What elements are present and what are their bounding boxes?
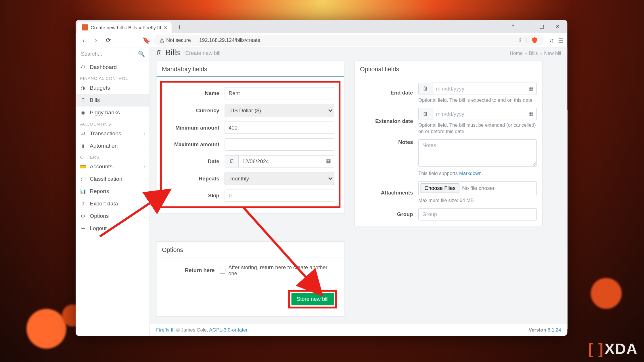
mandatory-panel: Mandatory fields Name Currency US Dollar… [156, 60, 344, 214]
date-input[interactable] [238, 155, 334, 167]
skip-input[interactable] [225, 189, 334, 202]
max-input[interactable] [225, 138, 334, 151]
notes-hint: This field supports Markdown. [418, 170, 537, 177]
product-link[interactable]: Firefly III [156, 327, 175, 332]
chart-icon: 📊 [80, 188, 86, 194]
search-icon[interactable]: 🔍 [138, 50, 145, 57]
mandatory-title: Mandatory fields [156, 61, 344, 77]
store-highlight: Store new bill [288, 290, 337, 309]
chevron-left-icon: ‹ [143, 214, 145, 219]
calendar-addon-icon: 🗓 [418, 82, 432, 95]
notes-textarea[interactable] [418, 139, 537, 167]
ext-date-hint: Optional field. The bill must be extende… [418, 122, 537, 135]
calendar-addon-icon: 🗓 [225, 155, 238, 167]
brave-shield-icon[interactable] [531, 36, 538, 44]
close-window-button[interactable]: ✕ [550, 20, 566, 33]
back-button[interactable]: ‹ [79, 36, 88, 45]
options-panel: Options Return here After storing, retur… [156, 241, 344, 317]
sidebar-item-bills[interactable]: 🗓Bills [76, 94, 150, 107]
sidebar-item-piggy[interactable]: ◉Piggy banks [76, 107, 150, 119]
logout-icon: ↪ [80, 226, 86, 231]
share-icon[interactable]: ⇪ [518, 37, 522, 43]
tachometer-icon: ⏱ [80, 65, 86, 70]
file-input-wrapper[interactable]: Choose Files No file chosen [418, 181, 537, 195]
app-body: 🔍 ⏱Dashboard FINANCIAL CONTROL ◑Budgets … [76, 47, 567, 336]
return-here-text: After storing, return here to create ano… [228, 264, 339, 277]
page-title: 🗓Bills Create new bill [156, 48, 221, 57]
reload-button[interactable]: ⟳ [104, 36, 113, 45]
license-link[interactable]: AGPL-3.0-or-later [209, 327, 247, 332]
ext-date-input[interactable] [432, 108, 537, 120]
date-label: Date [166, 158, 219, 164]
browser-tab[interactable]: Create new bill » Bills » Firefly III × [77, 22, 172, 33]
return-here-checkbox[interactable] [220, 267, 226, 273]
bookmark-icon[interactable]: 🔖 [142, 36, 151, 45]
url-text: 192.168.29.124/bills/create [199, 37, 260, 43]
attachments-hint: Maximum file size: 64 MB [418, 197, 537, 204]
sidebar-item-dashboard[interactable]: ⏱Dashboard [76, 61, 150, 73]
upload-icon: ⤴ [80, 201, 86, 206]
repeats-select[interactable]: monthly [225, 172, 334, 185]
content-area: 🗓Bills Create new bill Home» Bills» New … [150, 47, 567, 336]
calendar-addon-icon: 🗓 [418, 108, 432, 120]
forward-button[interactable]: › [91, 36, 100, 45]
attachments-label: Attachments [360, 189, 413, 196]
currency-select[interactable]: US Dollar ($) [225, 104, 334, 117]
address-field[interactable]: Not secure | 192.168.29.124/bills/create… [154, 35, 543, 45]
repeats-label: Repeats [166, 175, 219, 182]
highlight-box: Name Currency US Dollar ($) Minimum amou… [160, 81, 341, 208]
chevron-left-icon: ‹ [143, 143, 145, 148]
tab-title: Create new bill » Bills » Firefly III [91, 25, 161, 30]
version-link[interactable]: 6.1.24 [548, 327, 561, 332]
calendar-icon: 🗓 [156, 49, 163, 57]
group-input[interactable] [418, 208, 537, 220]
sliders-icon: ⚙ [80, 213, 86, 219]
sidebar-item-reports[interactable]: 📊Reports [76, 185, 150, 197]
sidebar-item-automation[interactable]: ▮Automation‹ [76, 140, 150, 152]
notes-label: Notes [360, 139, 413, 146]
name-input[interactable] [225, 87, 334, 99]
breadcrumb-new: New bill [544, 50, 561, 55]
maximize-button[interactable]: ▢ [534, 20, 549, 33]
tabs-dropdown-icon[interactable]: ⌄ [511, 20, 516, 33]
breadcrumb-bills[interactable]: Bills [529, 50, 538, 55]
card-icon: 💳 [80, 164, 86, 170]
skip-label: Skip [166, 192, 219, 199]
chevron-left-icon: ‹ [143, 131, 145, 136]
min-label: Minimum amount [166, 124, 219, 131]
group-label: Group [360, 211, 413, 217]
currency-label: Currency [166, 107, 219, 113]
footer: Firefly III © James Cole, AGPL-3.0-or-la… [150, 323, 567, 336]
tab-bar: Create new bill » Bills » Firefly III × … [76, 20, 567, 33]
sidebar-item-transactions[interactable]: ⇄Transactions‹ [76, 127, 150, 140]
calendar-icon: 🗓 [80, 98, 86, 103]
sidebar-item-accounts[interactable]: 💳Accounts‹ [76, 160, 150, 173]
breadcrumb-home[interactable]: Home [510, 50, 523, 55]
chevron-left-icon: ‹ [143, 164, 145, 169]
minimize-button[interactable]: — [518, 20, 534, 33]
xda-watermark: [ ]XDA [588, 340, 638, 357]
ext-date-label: Extension date [360, 118, 413, 124]
sidebar-item-budgets[interactable]: ◑Budgets [76, 82, 150, 94]
markdown-link[interactable]: Markdown [459, 171, 482, 176]
return-here-label: Return here [162, 267, 215, 274]
sidebar-item-export[interactable]: ⤴Export data [76, 197, 150, 210]
pie-icon: ◑ [80, 85, 86, 91]
sidebar-item-logout[interactable]: ↪Logout [76, 222, 150, 235]
choose-files-button[interactable]: Choose Files [421, 184, 459, 193]
end-date-hint: Optional field. The bill is expected to … [418, 97, 537, 103]
breadcrumb: Home» Bills» New bill [510, 50, 561, 55]
music-icon[interactable]: ♫ [549, 36, 553, 44]
close-tab-icon[interactable]: × [164, 24, 167, 31]
end-date-input[interactable] [432, 82, 537, 95]
store-new-bill-button[interactable]: Store new bill [291, 293, 334, 305]
min-input[interactable] [225, 122, 334, 134]
sidebar-section-others: OTHERS [76, 152, 150, 160]
menu-icon[interactable]: ☰ [558, 36, 564, 44]
max-label: Maximum amount [166, 141, 219, 148]
sidebar-item-classification[interactable]: 🏷Classification [76, 173, 150, 185]
sidebar-section-accounting: ACCOUNTING [76, 119, 150, 127]
sidebar-item-options[interactable]: ⚙Options‹ [76, 210, 150, 222]
browser-window: Create new bill » Bills » Firefly III × … [76, 20, 567, 336]
new-tab-button[interactable]: + [174, 21, 185, 32]
